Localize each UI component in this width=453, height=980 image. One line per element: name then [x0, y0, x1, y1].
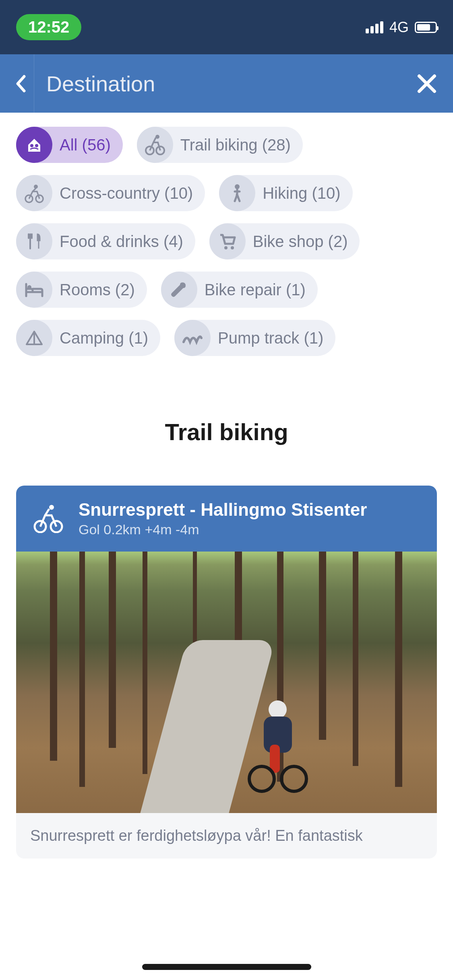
bed-icon	[16, 272, 52, 308]
svg-point-4	[155, 135, 159, 139]
card-image	[16, 552, 437, 813]
filter-label: Pump track (1)	[218, 329, 323, 347]
section-title: Trail biking	[0, 418, 453, 445]
filter-label: Rooms (2)	[60, 281, 135, 299]
card-subtitle: Gol 0.2km +4m -4m	[79, 522, 421, 537]
status-bar: 12:52 4G	[0, 0, 453, 54]
network-label: 4G	[389, 19, 409, 36]
filter-bike-shop[interactable]: Bike shop (2)	[209, 223, 360, 259]
mtb-icon	[32, 504, 64, 533]
svg-point-1	[35, 144, 38, 147]
filter-food-drinks[interactable]: Food & drinks (4)	[16, 223, 195, 259]
filter-bike-repair[interactable]: Bike repair (1)	[161, 272, 318, 308]
signal-icon	[366, 21, 383, 33]
card-description: Snurresprett er ferdighetsløypa vår! En …	[16, 813, 437, 859]
filter-label: Bike shop (2)	[253, 233, 348, 251]
card-title: Snurresprett - Hallingmo Stisenter	[79, 500, 421, 520]
filter-rooms[interactable]: Rooms (2)	[16, 272, 147, 308]
home-indicator[interactable]	[142, 964, 311, 970]
svg-point-7	[34, 185, 38, 189]
battery-icon	[415, 22, 437, 33]
pump-icon	[174, 320, 211, 356]
filter-pump-track[interactable]: Pump track (1)	[174, 320, 335, 356]
header: Destination	[0, 54, 453, 113]
cycling-icon	[16, 175, 52, 211]
filter-list: All (56) Trail biking (28) Cross-country…	[0, 113, 453, 370]
svg-point-10	[231, 246, 234, 249]
mtb-icon	[137, 127, 173, 163]
filter-label: Cross-country (10)	[60, 184, 193, 202]
close-icon	[417, 74, 437, 94]
house-icon	[16, 127, 52, 163]
svg-point-11	[27, 285, 31, 289]
tent-icon	[16, 320, 52, 356]
filter-label: Bike repair (1)	[205, 281, 306, 299]
filter-label: Hiking (10)	[263, 184, 340, 202]
trail-card[interactable]: Snurresprett - Hallingmo Stisenter Gol 0…	[16, 486, 437, 859]
filter-camping[interactable]: Camping (1)	[16, 320, 160, 356]
filter-cross-country[interactable]: Cross-country (10)	[16, 175, 205, 211]
svg-point-0	[30, 144, 33, 147]
page-title: Destination	[46, 71, 155, 96]
cart-icon	[209, 223, 246, 259]
status-time: 12:52	[16, 14, 81, 40]
close-button[interactable]	[417, 74, 437, 94]
filter-hiking[interactable]: Hiking (10)	[219, 175, 352, 211]
card-header: Snurresprett - Hallingmo Stisenter Gol 0…	[16, 486, 437, 552]
svg-point-9	[224, 246, 228, 249]
food-icon	[16, 223, 52, 259]
filter-trail-biking[interactable]: Trail biking (28)	[137, 127, 303, 163]
card-title-area: Snurresprett - Hallingmo Stisenter Gol 0…	[79, 500, 421, 537]
hiking-icon	[219, 175, 255, 211]
filter-label: Camping (1)	[60, 329, 148, 347]
filter-label: Food & drinks (4)	[60, 233, 183, 251]
status-right: 4G	[366, 19, 437, 36]
chevron-left-icon	[15, 75, 27, 93]
filter-all[interactable]: All (56)	[16, 127, 123, 163]
wrench-icon	[161, 272, 197, 308]
back-button[interactable]	[0, 54, 34, 113]
filter-label: All (56)	[60, 136, 111, 154]
filter-label: Trail biking (28)	[180, 136, 291, 154]
svg-point-14	[49, 505, 54, 510]
